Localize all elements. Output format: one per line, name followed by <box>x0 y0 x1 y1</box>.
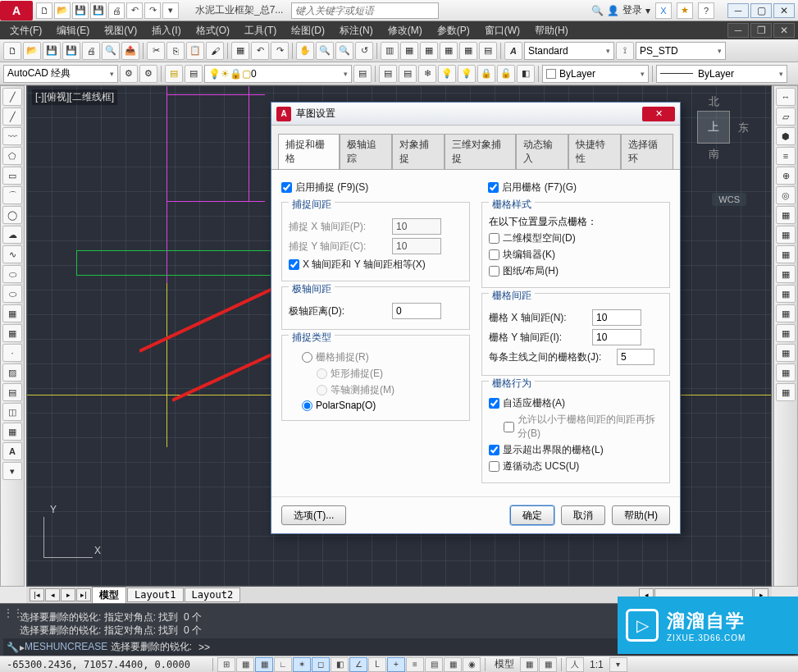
qselect-icon[interactable]: ▦ <box>776 206 796 224</box>
qat-more-icon[interactable]: ▾ <box>162 2 179 19</box>
tb-undo-icon[interactable]: ↶ <box>251 42 269 60</box>
circle-icon[interactable]: ◯ <box>2 206 22 224</box>
app-logo[interactable]: A <box>0 1 33 21</box>
sb-tpy-icon[interactable]: ▤ <box>425 657 443 672</box>
adaptive-checkbox[interactable]: 自适应栅格(A) <box>489 396 663 410</box>
layer-unlock-icon[interactable]: 🔓 <box>497 65 515 83</box>
ok-button[interactable]: 确定 <box>510 505 554 525</box>
qat-plot-icon[interactable]: 🖨 <box>108 2 125 19</box>
line-icon[interactable]: ╱ <box>2 88 22 106</box>
sb-otrack-icon[interactable]: ∠ <box>349 657 367 672</box>
menu-format[interactable]: 格式(O) <box>189 22 236 39</box>
menu-help[interactable]: 帮助(H) <box>528 22 575 39</box>
subdiv-checkbox[interactable]: 允许以小于栅格间距的间距再拆分(B) <box>504 413 663 441</box>
makeblock-icon[interactable]: ▦ <box>2 324 22 342</box>
doc-restore-button[interactable]: ❐ <box>750 23 772 38</box>
viewcube-east[interactable]: 东 <box>738 121 749 135</box>
qat-saveas-icon[interactable]: 💾 <box>90 2 107 19</box>
ellipsearc-icon[interactable]: ⬭ <box>2 285 22 303</box>
xline-icon[interactable]: ╱ <box>2 107 22 126</box>
sb-quickview-icon[interactable]: ▦ <box>520 657 538 672</box>
sb-annoscale-icon[interactable]: 人 <box>566 657 584 672</box>
tool4-icon[interactable]: ▦ <box>776 285 796 303</box>
tool7-icon[interactable]: ▦ <box>776 344 796 362</box>
layer-on-icon[interactable]: 💡 <box>458 65 476 83</box>
tb-dimstyle-icon[interactable]: ⟟ <box>616 42 634 60</box>
tb-open-icon[interactable]: 📂 <box>23 42 41 60</box>
tb-block-icon[interactable]: ▦ <box>231 42 249 60</box>
enable-grid-checkbox[interactable]: 启用栅格 (F7)(G) <box>488 181 577 194</box>
menu-tools[interactable]: 工具(T) <box>238 22 283 39</box>
tb-redo-icon[interactable]: ↷ <box>271 42 289 60</box>
menu-file[interactable]: 文件(F) <box>3 22 48 39</box>
tb-saveall-icon[interactable]: 💾 <box>62 42 80 60</box>
maximize-button[interactable]: ▢ <box>750 3 772 18</box>
menu-edit[interactable]: 编辑(E) <box>50 22 96 39</box>
tab-quickprops[interactable]: 快捷特性 <box>568 134 621 169</box>
close-button[interactable]: ✕ <box>773 3 795 18</box>
tb-preview-icon[interactable]: 🔍 <box>102 42 120 60</box>
tb-save-icon[interactable]: 💾 <box>43 42 61 60</box>
layer-lock-icon[interactable]: 🔒 <box>477 65 495 83</box>
viewcube-north[interactable]: 北 <box>709 94 719 109</box>
sb-annovis-icon[interactable]: ▾ <box>609 657 627 672</box>
tab-selcycle[interactable]: 选择循环 <box>621 134 673 169</box>
sb-ducs-icon[interactable]: L <box>368 657 386 672</box>
sb-lwt-icon[interactable]: ≡ <box>406 657 424 672</box>
id-icon[interactable]: ⊕ <box>776 167 796 185</box>
tb-props-icon[interactable]: ▥ <box>381 42 399 60</box>
ws-settings-icon2[interactable]: ⚙ <box>139 65 157 83</box>
polar-snap-radio[interactable]: PolarSnap(O) <box>302 400 463 411</box>
color-combo[interactable]: ByLayer <box>542 65 649 83</box>
tb-markup-icon[interactable]: ▦ <box>459 42 477 60</box>
layer-off-icon[interactable]: 💡 <box>438 65 456 83</box>
tool5-icon[interactable]: ▦ <box>776 304 796 322</box>
rect-snap-radio[interactable]: 矩形捕捉(E) <box>317 367 463 381</box>
layer-match-icon[interactable]: ◧ <box>517 65 535 83</box>
gs-layout-checkbox[interactable]: 图纸/布局(H) <box>489 264 663 278</box>
tab-3dosnap[interactable]: 三维对象捕捉 <box>445 134 516 169</box>
menu-draw[interactable]: 绘图(D) <box>285 22 331 39</box>
tab-dyninput[interactable]: 动态输入 <box>516 134 568 169</box>
tb-calc-icon[interactable]: ▤ <box>479 42 497 60</box>
equal-xy-checkbox[interactable]: X 轴间距和 Y 轴间距相等(X) <box>289 258 463 272</box>
sb-quickview2-icon[interactable]: ▦ <box>539 657 557 672</box>
point-icon[interactable]: · <box>2 344 22 362</box>
dialog-titlebar[interactable]: A 草图设置 ✕ <box>271 103 680 126</box>
rectangle-icon[interactable]: ▭ <box>2 167 22 185</box>
doc-close-button[interactable]: ✕ <box>773 23 795 38</box>
textstyle-combo[interactable]: Standard <box>524 42 614 60</box>
model-tab[interactable]: 模型 <box>92 587 126 604</box>
list-icon[interactable]: ≡ <box>776 147 796 165</box>
spline-icon[interactable]: ∿ <box>2 245 22 263</box>
workspace-combo[interactable]: AutoCAD 经典 <box>3 65 118 83</box>
grid-major-input[interactable] <box>617 349 654 365</box>
polygon-icon[interactable]: ⬠ <box>2 147 22 165</box>
tool9-icon[interactable]: ▦ <box>776 383 796 401</box>
follow-ucs-checkbox[interactable]: 遵循动态 UCS(U) <box>489 459 663 473</box>
menu-window[interactable]: 窗口(W) <box>478 22 527 39</box>
iso-snap-radio[interactable]: 等轴测捕捉(M) <box>317 383 463 397</box>
layer-manager-icon[interactable]: ▤ <box>165 65 183 83</box>
enable-snap-checkbox[interactable]: 启用捕捉 (F9)(S) <box>281 181 368 194</box>
tab-polar[interactable]: 极轴追踪 <box>340 134 392 169</box>
pline-icon[interactable]: 〰 <box>2 127 22 145</box>
tab-last-icon[interactable]: ▸| <box>76 588 91 601</box>
insertblock-icon[interactable]: ▦ <box>2 304 22 322</box>
sb-3dosnap-icon[interactable]: ◧ <box>331 657 349 672</box>
tool8-icon[interactable]: ▦ <box>776 363 796 382</box>
mtext-icon[interactable]: A <box>2 442 22 460</box>
grid-snap-radio[interactable]: 栅格捕捉(R) <box>302 350 463 364</box>
menu-modify[interactable]: 修改(M) <box>381 22 429 39</box>
layout1-tab[interactable]: Layout1 <box>127 587 184 602</box>
layer-combo[interactable]: 💡☀🔒▢ 0 <box>204 65 352 83</box>
cancel-button[interactable]: 取消 <box>561 505 605 525</box>
sb-scale-label[interactable]: 1:1 <box>585 659 609 670</box>
tb-publish-icon[interactable]: 📤 <box>121 42 139 60</box>
dialog-close-button[interactable]: ✕ <box>642 107 675 121</box>
help-icon[interactable]: ? <box>698 2 714 19</box>
infocenter-login[interactable]: 🔍 👤 登录 ▾ <box>591 3 650 17</box>
tb-zoomwin-icon[interactable]: 🔍 <box>335 42 353 60</box>
polar-dist-input[interactable] <box>392 303 441 319</box>
cmdline-grip-icon[interactable]: ⋮⋮ <box>3 607 23 619</box>
